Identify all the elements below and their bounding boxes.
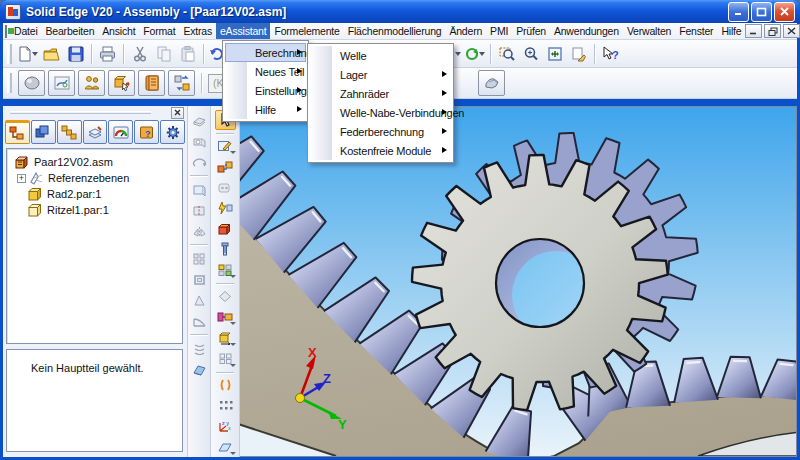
- menu-datei[interactable]: Datei: [10, 23, 42, 39]
- tab-engineering-reference[interactable]: ?: [134, 120, 159, 144]
- menu-verwalten[interactable]: Verwalten: [623, 23, 675, 39]
- toolbar-grip[interactable]: [7, 44, 12, 64]
- assemble-tool-button[interactable]: [215, 157, 236, 177]
- submenu-item-lager[interactable]: Lager: [310, 65, 451, 84]
- menu-pruefen[interactable]: Prüfen: [512, 23, 550, 39]
- mate-dropdown-caret[interactable]: [230, 322, 236, 325]
- protrusion-tool-button[interactable]: [189, 110, 210, 130]
- rotate-view-caret[interactable]: [479, 52, 485, 56]
- grid-dropdown-caret[interactable]: [230, 364, 236, 367]
- measure-tool-button[interactable]: z yx: [215, 417, 236, 437]
- disperse-tool-button[interactable]: [215, 396, 236, 416]
- plane-dropdown-caret[interactable]: [230, 452, 236, 455]
- title-bar[interactable]: Solid Edge V20 - Assembly - [Paar12V02.a…: [0, 0, 800, 23]
- zoom-button[interactable]: [519, 42, 542, 65]
- app-icon[interactable]: [5, 4, 21, 20]
- mdi-close-button[interactable]: [783, 24, 800, 38]
- submenu-item-federberechnung[interactable]: Federberechnung: [310, 122, 451, 141]
- flashfit-tool-button[interactable]: [215, 199, 236, 219]
- tree-label[interactable]: Rad2.par:1: [47, 188, 101, 200]
- paste-button[interactable]: [176, 42, 199, 65]
- new-document-button[interactable]: [16, 42, 39, 65]
- menu-fenster[interactable]: Fenster: [675, 23, 717, 39]
- fastener-tool-button[interactable]: [215, 240, 236, 260]
- panel-close-button[interactable]: [171, 107, 184, 119]
- menu-anwendungen[interactable]: Anwendungen: [550, 23, 623, 39]
- tab-alternate-assemblies[interactable]: [57, 120, 82, 144]
- new-dropdown-caret[interactable]: [32, 52, 38, 56]
- move-dropdown-caret[interactable]: [230, 343, 236, 346]
- rotate-view-button[interactable]: [463, 42, 486, 65]
- menu-item-berechnung[interactable]: Berechnung: [225, 43, 306, 62]
- tab-pathfinder[interactable]: [5, 120, 30, 144]
- sketch-button[interactable]: [48, 70, 75, 96]
- menu-hilfe[interactable]: Hilfe: [717, 23, 745, 39]
- menu-formelemente[interactable]: Formelemente: [270, 23, 343, 39]
- cut-button[interactable]: [128, 42, 151, 65]
- panel-grip[interactable]: [10, 111, 151, 114]
- close-button[interactable]: [774, 2, 795, 22]
- rib-tool-button[interactable]: [189, 311, 210, 331]
- section-tool-button[interactable]: [189, 200, 210, 220]
- people-button[interactable]: [78, 70, 105, 96]
- submenu-item-kostenfreie-module[interactable]: Kostenfreie Module: [310, 141, 451, 160]
- helix-tool-button[interactable]: [189, 338, 210, 358]
- tree-row-referenzebenen[interactable]: + Referenzebenen: [7, 170, 182, 186]
- fit-button[interactable]: [543, 42, 566, 65]
- tab-library[interactable]: [31, 120, 56, 144]
- menu-item-einstellungen[interactable]: Einstellungen: [225, 81, 306, 100]
- tab-sensors[interactable]: [108, 120, 133, 144]
- move-part-tool-button[interactable]: [215, 328, 236, 348]
- notebook-button[interactable]: [138, 70, 165, 96]
- mdi-minimize-button[interactable]: [745, 24, 762, 38]
- tree-label[interactable]: Ritzel1.par:1: [47, 204, 109, 216]
- view-styles-caret[interactable]: [455, 52, 461, 56]
- menu-pmi[interactable]: PMI: [486, 23, 512, 39]
- copy-button[interactable]: [152, 42, 175, 65]
- sketch-dropdown-caret[interactable]: [230, 151, 236, 154]
- reference-diamond-tool-button[interactable]: [215, 287, 236, 307]
- menu-flaechenmodellierung[interactable]: Flächenmodellierung: [344, 23, 446, 39]
- blue-surface-tool-button[interactable]: [189, 359, 210, 379]
- thin-wall-tool-button[interactable]: [189, 269, 210, 289]
- submenu-item-welle-nabe-verbindungen[interactable]: Welle-Nabe-Verbindungen: [310, 103, 451, 122]
- open-button[interactable]: [40, 42, 63, 65]
- pan-button[interactable]: [567, 42, 590, 65]
- mate-tool-button[interactable]: [215, 308, 236, 328]
- submenu-item-zahnraeder[interactable]: Zahnräder: [310, 84, 451, 103]
- tree-label[interactable]: Paar12V02.asm: [34, 156, 113, 168]
- plane-tool-button[interactable]: [189, 179, 210, 199]
- tree-label[interactable]: Referenzebenen: [48, 172, 129, 184]
- toolbar-grip[interactable]: [7, 73, 12, 93]
- plane-view-tool-button[interactable]: [215, 437, 236, 457]
- tree-row-rad2[interactable]: Rad2.par:1: [7, 186, 182, 202]
- document-icon[interactable]: [5, 25, 7, 38]
- insert-part-tool-button[interactable]: [215, 219, 236, 239]
- menu-extras[interactable]: Extras: [179, 23, 216, 39]
- zoom-area-button[interactable]: [495, 42, 518, 65]
- select-part-button[interactable]: [108, 70, 135, 96]
- revolve-tool-button[interactable]: [189, 152, 210, 172]
- pattern-tool-button[interactable]: [189, 248, 210, 268]
- pattern-parts-tool-button[interactable]: [215, 260, 236, 280]
- shaded-sphere-button[interactable]: [18, 70, 45, 96]
- cutout-tool-button[interactable]: [189, 131, 210, 151]
- draft-tool-button[interactable]: [189, 290, 210, 310]
- menu-item-neues-teil[interactable]: Neues Teil: [225, 62, 306, 81]
- context-help-button[interactable]: ?: [599, 42, 622, 65]
- submenu-item-welle[interactable]: Welle: [310, 46, 451, 65]
- part-3d-button[interactable]: [478, 70, 505, 96]
- capture-fit-tool-button[interactable]: [215, 178, 236, 198]
- weld-tool-button[interactable]: [215, 375, 236, 395]
- menu-ansicht[interactable]: Ansicht: [98, 23, 139, 39]
- menu-eassistant[interactable]: eAssistant: [216, 23, 270, 39]
- tree-row-ritzel1[interactable]: Ritzel1.par:1: [7, 202, 182, 218]
- menu-format[interactable]: Format: [139, 23, 179, 39]
- print-button[interactable]: [96, 42, 119, 65]
- replace-part-button[interactable]: [168, 70, 195, 96]
- save-button[interactable]: [64, 42, 87, 65]
- menu-bearbeiten[interactable]: Bearbeiten: [42, 23, 99, 39]
- tab-settings[interactable]: [160, 120, 185, 144]
- menu-aendern[interactable]: Ändern: [445, 23, 486, 39]
- mirror-tool-button[interactable]: [189, 221, 210, 241]
